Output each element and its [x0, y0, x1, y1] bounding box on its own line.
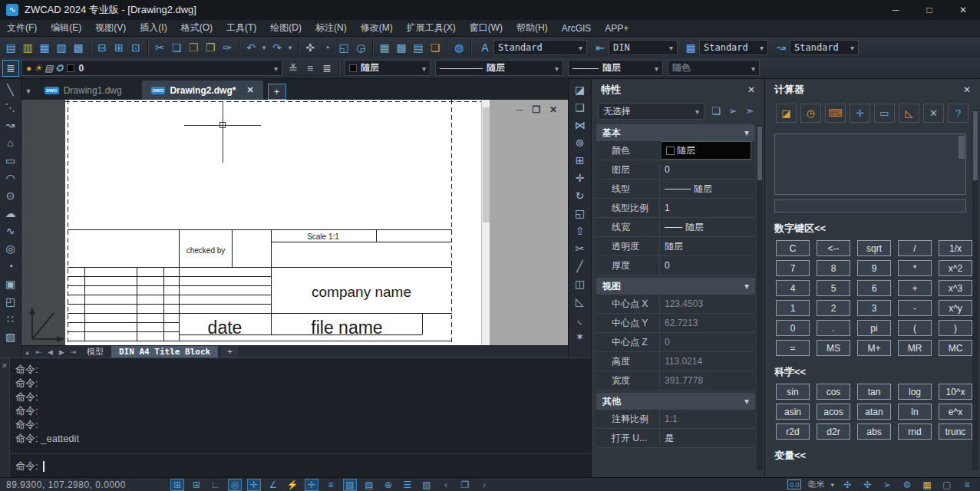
section-header[interactable]: 基本	[596, 124, 755, 141]
minimize-button[interactable]: ─	[879, 0, 912, 20]
last-layout-icon[interactable]: ⇥	[68, 348, 79, 356]
dynamic-input-icon[interactable]: ⚡	[285, 479, 299, 491]
menu-item[interactable]: 编辑(E)	[44, 21, 88, 35]
workspace-icon[interactable]: ✣	[840, 479, 854, 491]
scrollbar-thumb[interactable]	[973, 111, 978, 180]
command-window-grip[interactable]: ✕	[0, 358, 10, 478]
array-icon[interactable]: ⊞	[572, 152, 589, 168]
undo-dropdown-icon[interactable]: ▾	[259, 39, 269, 56]
numpad-section-label[interactable]: 数字键区<<	[774, 222, 980, 236]
new-layout-button[interactable]: +	[221, 346, 239, 358]
calc-key[interactable]: sin	[776, 384, 810, 400]
help-icon[interactable]: ?	[948, 104, 968, 123]
scientific-section-label[interactable]: 科学<<	[774, 365, 980, 379]
dynamic-ucs-icon[interactable]: ✛	[305, 479, 318, 491]
selection-cycling-icon[interactable]: ⊕	[381, 479, 395, 491]
calc-key[interactable]: 1	[776, 300, 810, 316]
erase-icon[interactable]: ◪	[572, 81, 589, 97]
spline-icon[interactable]: ∿	[2, 222, 19, 239]
calc-key[interactable]: .	[817, 320, 850, 336]
calc-key[interactable]: abs	[857, 423, 891, 440]
measure-distance-icon[interactable]: ▭	[874, 104, 895, 123]
zoom-window-icon[interactable]: ◱	[335, 39, 352, 56]
xline-icon[interactable]: ⋱	[2, 99, 19, 115]
new-document-button[interactable]: +	[268, 84, 286, 100]
property-value[interactable]: 随层	[659, 237, 755, 255]
canvas-vertical-scrollbar[interactable]	[481, 100, 490, 345]
calc-key[interactable]: MR	[898, 340, 932, 356]
property-value[interactable]: 是	[659, 429, 755, 447]
property-value[interactable]: 随层	[659, 218, 755, 236]
variables-section-label[interactable]: 变量<<	[774, 449, 980, 463]
linetype-combo[interactable]: 随层	[435, 60, 563, 76]
calc-key[interactable]: pi	[857, 320, 891, 336]
calc-key[interactable]: MS	[817, 340, 850, 356]
menu-item[interactable]: 绘图(D)	[263, 21, 309, 35]
markup-icon[interactable]: ❏	[427, 39, 444, 56]
paste-to-commandline-icon[interactable]: ⌨	[825, 104, 846, 123]
annotation-visibility-icon[interactable]: ▧	[420, 479, 434, 491]
paste-icon[interactable]: ❒	[185, 39, 202, 56]
fillet-icon[interactable]: ◟	[572, 311, 589, 327]
grid-icon[interactable]: ⊞	[190, 479, 203, 491]
calc-key[interactable]: x^3	[939, 280, 972, 296]
ortho-icon[interactable]: ∟	[209, 479, 223, 491]
prev-layout-icon[interactable]: ◀	[45, 348, 56, 356]
quick-properties-icon[interactable]: ▤	[362, 479, 376, 491]
select-objects-icon[interactable]: ➢	[724, 104, 741, 119]
menu-item[interactable]: 格式(O)	[174, 21, 219, 35]
menu-item[interactable]: 工具(T)	[219, 21, 263, 35]
pan-icon[interactable]: ✜	[302, 39, 318, 56]
line-icon[interactable]: ╲	[2, 81, 19, 97]
make-block-icon[interactable]: ◰	[2, 293, 19, 309]
trim-icon[interactable]: ✂	[572, 240, 589, 256]
extend-icon[interactable]: ╱	[572, 258, 589, 274]
snap-icon[interactable]: ⊞	[170, 479, 184, 491]
layer-properties-manager-icon[interactable]: ≣	[2, 60, 19, 77]
rotate-icon[interactable]: ↻	[572, 187, 589, 203]
close-button[interactable]: ✕	[946, 0, 980, 20]
print-preview-icon[interactable]: ⊞	[111, 39, 127, 56]
arc-icon[interactable]: ◠	[2, 170, 19, 186]
redo-dropdown-icon[interactable]: ▾	[285, 39, 295, 56]
move-icon[interactable]: ✛	[572, 170, 589, 186]
window-restore-icon[interactable]: ❐	[531, 104, 542, 115]
status-scroll-left-icon[interactable]: ‹	[439, 479, 453, 491]
scale-icon[interactable]: ◱	[572, 205, 589, 221]
command-prompt[interactable]: 命令:	[15, 460, 45, 473]
zoom-realtime-icon[interactable]: ◔	[318, 39, 335, 56]
calc-key[interactable]: 1/x	[939, 240, 972, 256]
calculator-input[interactable]	[774, 199, 966, 213]
explode-icon[interactable]: ✶	[572, 328, 589, 344]
close-icon[interactable]: ✕	[747, 84, 755, 95]
property-value[interactable]: 123.4503	[659, 295, 755, 313]
open-icon[interactable]: ▥	[19, 39, 36, 56]
layer-previous-icon[interactable]: ≡	[302, 60, 318, 77]
calc-key[interactable]: 6	[857, 280, 891, 296]
calc-key[interactable]: C	[776, 240, 810, 256]
next-layout-icon[interactable]: ▶	[56, 348, 68, 356]
calc-key[interactable]: tan	[857, 384, 891, 400]
text-style-combo[interactable]: A Standard	[477, 39, 587, 56]
mirror-icon[interactable]: ⋈	[572, 117, 589, 133]
plot-icon[interactable]: ⊡	[127, 39, 144, 56]
ellipse-arc-icon[interactable]: ◔	[2, 258, 19, 274]
settings-gear-icon[interactable]: ⚙	[900, 479, 914, 491]
online-icon[interactable]: ◍	[450, 39, 467, 56]
calc-key[interactable]: sqrt	[857, 240, 891, 256]
properties-scrollbar[interactable]	[757, 125, 763, 470]
annotation-scale-icon[interactable]: ☰	[401, 479, 414, 491]
menu-item[interactable]: APP+	[598, 23, 635, 34]
color-combo[interactable]: 随层	[345, 60, 431, 76]
undo-icon[interactable]: ↶	[243, 39, 259, 56]
calc-key[interactable]: M+	[857, 340, 891, 356]
save-as-icon[interactable]: ▧	[53, 39, 70, 56]
plot-style-combo[interactable]: 随色	[668, 60, 760, 76]
calc-key[interactable]: asin	[776, 404, 810, 420]
calc-key[interactable]: rnd	[898, 423, 932, 440]
redo-icon[interactable]: ↷	[269, 39, 285, 56]
selection-filter-icon[interactable]: ➢	[880, 479, 894, 491]
chamfer-icon[interactable]: ◺	[572, 293, 589, 309]
make-object-layer-current-icon[interactable]: ≚	[285, 60, 302, 77]
menu-item[interactable]: 窗口(W)	[463, 21, 510, 35]
